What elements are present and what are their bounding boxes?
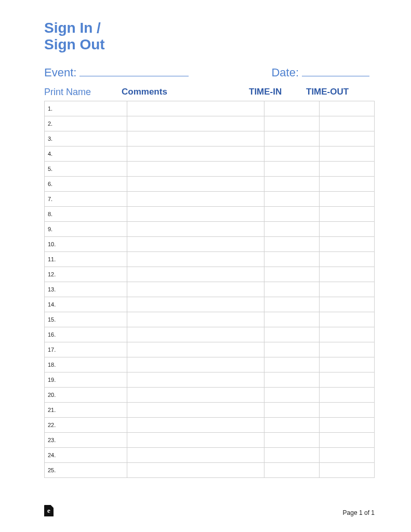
time-out-cell[interactable] bbox=[320, 388, 375, 403]
row-number-cell[interactable]: 11. bbox=[45, 252, 127, 267]
time-out-cell[interactable] bbox=[320, 162, 375, 177]
row-number-cell[interactable]: 21. bbox=[45, 403, 127, 418]
row-number-cell[interactable]: 18. bbox=[45, 357, 127, 373]
comments-cell[interactable] bbox=[127, 403, 264, 418]
time-out-cell[interactable] bbox=[320, 252, 375, 267]
time-out-cell[interactable] bbox=[320, 222, 375, 237]
time-out-cell[interactable] bbox=[320, 147, 375, 162]
comments-cell[interactable] bbox=[127, 357, 264, 373]
comments-cell[interactable] bbox=[127, 147, 264, 162]
time-in-cell[interactable] bbox=[264, 297, 320, 312]
row-number-cell[interactable]: 15. bbox=[45, 312, 127, 327]
time-in-cell[interactable] bbox=[264, 403, 320, 418]
time-in-cell[interactable] bbox=[264, 327, 320, 342]
time-in-cell[interactable] bbox=[264, 116, 320, 131]
time-out-cell[interactable] bbox=[320, 373, 375, 388]
comments-cell[interactable] bbox=[127, 373, 264, 388]
comments-cell[interactable] bbox=[127, 342, 264, 357]
comments-cell[interactable] bbox=[127, 448, 264, 463]
comments-cell[interactable] bbox=[127, 116, 264, 131]
comments-cell[interactable] bbox=[127, 192, 264, 207]
row-number-cell[interactable]: 23. bbox=[45, 433, 127, 448]
time-out-cell[interactable] bbox=[320, 192, 375, 207]
row-number-cell[interactable]: 13. bbox=[45, 282, 127, 297]
time-in-cell[interactable] bbox=[264, 162, 320, 177]
row-number-cell[interactable]: 3. bbox=[45, 131, 127, 147]
row-number-cell[interactable]: 6. bbox=[45, 177, 127, 192]
comments-cell[interactable] bbox=[127, 252, 264, 267]
time-in-cell[interactable] bbox=[264, 131, 320, 147]
row-number-cell[interactable]: 12. bbox=[45, 267, 127, 282]
time-out-cell[interactable] bbox=[320, 418, 375, 433]
row-number-cell[interactable]: 16. bbox=[45, 327, 127, 342]
comments-cell[interactable] bbox=[127, 297, 264, 312]
row-number-cell[interactable]: 19. bbox=[45, 373, 127, 388]
row-number-cell[interactable]: 10. bbox=[45, 237, 127, 252]
time-in-cell[interactable] bbox=[264, 252, 320, 267]
row-number-cell[interactable]: 17. bbox=[45, 342, 127, 357]
comments-cell[interactable] bbox=[127, 312, 264, 327]
time-in-cell[interactable] bbox=[264, 177, 320, 192]
comments-cell[interactable] bbox=[127, 418, 264, 433]
row-number-cell[interactable]: 22. bbox=[45, 418, 127, 433]
comments-cell[interactable] bbox=[127, 207, 264, 222]
date-input-line[interactable] bbox=[302, 64, 369, 76]
time-out-cell[interactable] bbox=[320, 433, 375, 448]
row-number-cell[interactable]: 2. bbox=[45, 116, 127, 131]
row-number-cell[interactable]: 9. bbox=[45, 222, 127, 237]
event-input-line[interactable] bbox=[79, 64, 189, 76]
time-in-cell[interactable] bbox=[264, 207, 320, 222]
comments-cell[interactable] bbox=[127, 237, 264, 252]
row-number-cell[interactable]: 25. bbox=[45, 463, 127, 478]
time-in-cell[interactable] bbox=[264, 388, 320, 403]
comments-cell[interactable] bbox=[127, 162, 264, 177]
time-out-cell[interactable] bbox=[320, 282, 375, 297]
time-out-cell[interactable] bbox=[320, 101, 375, 116]
time-out-cell[interactable] bbox=[320, 131, 375, 147]
time-out-cell[interactable] bbox=[320, 327, 375, 342]
time-out-cell[interactable] bbox=[320, 237, 375, 252]
comments-cell[interactable] bbox=[127, 222, 264, 237]
comments-cell[interactable] bbox=[127, 282, 264, 297]
time-in-cell[interactable] bbox=[264, 312, 320, 327]
row-number-cell[interactable]: 20. bbox=[45, 388, 127, 403]
comments-cell[interactable] bbox=[127, 388, 264, 403]
time-in-cell[interactable] bbox=[264, 101, 320, 116]
time-in-cell[interactable] bbox=[264, 192, 320, 207]
time-out-cell[interactable] bbox=[320, 403, 375, 418]
time-in-cell[interactable] bbox=[264, 342, 320, 357]
time-out-cell[interactable] bbox=[320, 177, 375, 192]
time-out-cell[interactable] bbox=[320, 207, 375, 222]
row-number-cell[interactable]: 7. bbox=[45, 192, 127, 207]
time-out-cell[interactable] bbox=[320, 463, 375, 478]
row-number-cell[interactable]: 24. bbox=[45, 448, 127, 463]
time-in-cell[interactable] bbox=[264, 433, 320, 448]
time-out-cell[interactable] bbox=[320, 116, 375, 131]
row-number-cell[interactable]: 8. bbox=[45, 207, 127, 222]
time-in-cell[interactable] bbox=[264, 147, 320, 162]
time-out-cell[interactable] bbox=[320, 342, 375, 357]
comments-cell[interactable] bbox=[127, 101, 264, 116]
comments-cell[interactable] bbox=[127, 177, 264, 192]
time-in-cell[interactable] bbox=[264, 222, 320, 237]
time-out-cell[interactable] bbox=[320, 448, 375, 463]
row-number-cell[interactable]: 5. bbox=[45, 162, 127, 177]
row-number-cell[interactable]: 14. bbox=[45, 297, 127, 312]
time-in-cell[interactable] bbox=[264, 267, 320, 282]
comments-cell[interactable] bbox=[127, 131, 264, 147]
comments-cell[interactable] bbox=[127, 327, 264, 342]
time-in-cell[interactable] bbox=[264, 418, 320, 433]
time-out-cell[interactable] bbox=[320, 357, 375, 373]
time-out-cell[interactable] bbox=[320, 312, 375, 327]
time-out-cell[interactable] bbox=[320, 267, 375, 282]
comments-cell[interactable] bbox=[127, 463, 264, 478]
comments-cell[interactable] bbox=[127, 267, 264, 282]
row-number-cell[interactable]: 1. bbox=[45, 101, 127, 116]
time-in-cell[interactable] bbox=[264, 463, 320, 478]
comments-cell[interactable] bbox=[127, 433, 264, 448]
row-number-cell[interactable]: 4. bbox=[45, 147, 127, 162]
time-in-cell[interactable] bbox=[264, 282, 320, 297]
time-in-cell[interactable] bbox=[264, 448, 320, 463]
time-in-cell[interactable] bbox=[264, 357, 320, 373]
time-in-cell[interactable] bbox=[264, 237, 320, 252]
